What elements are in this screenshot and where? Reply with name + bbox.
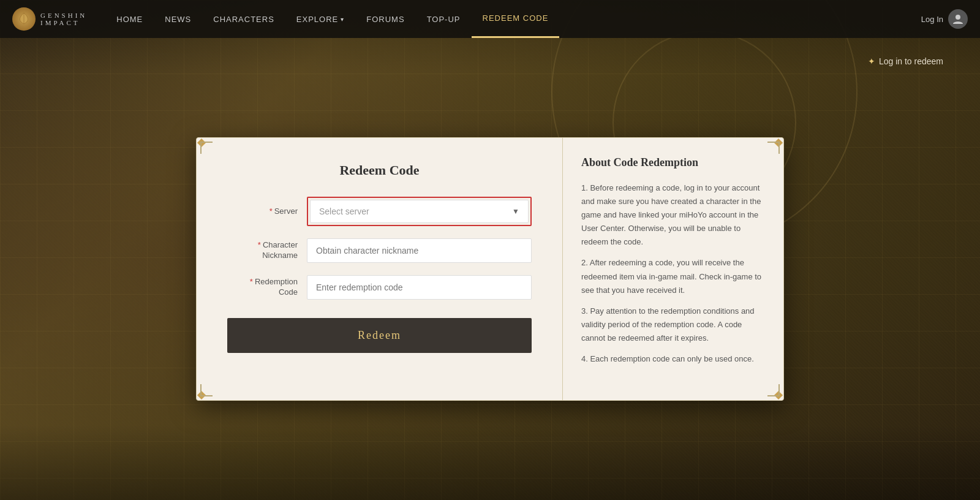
redemption-code-label: *RedemptionCode (227, 277, 307, 298)
modal-title: Redeem Code (227, 162, 532, 178)
redemption-code-input-wrapper (307, 275, 532, 300)
redemption-code-input[interactable] (307, 275, 532, 300)
logo-sub: Impact (40, 19, 87, 26)
navbar-right: Log In (921, 9, 968, 29)
about-item-4: 4. Each redemption code can only be used… (581, 352, 765, 366)
server-required-star: * (270, 206, 273, 216)
logo[interactable]: Genshin Impact (12, 7, 87, 31)
server-select[interactable]: Select server America Europe Asia TW, HK… (310, 200, 529, 223)
about-item-1: 1. Before redeeming a code, log in to yo… (581, 181, 765, 249)
redemption-code-form-group: *RedemptionCode (227, 275, 532, 300)
server-select-highlight: Select server America Europe Asia TW, HK… (307, 197, 532, 226)
corner-border-tl (200, 142, 213, 154)
avatar-icon (948, 9, 968, 29)
character-nickname-form-group: *CharacterNickname (227, 238, 532, 263)
about-title: About Code Redemption (581, 156, 765, 169)
corner-border-tr (767, 142, 780, 154)
server-form-group: *Server Select server America Europe Asi… (227, 197, 532, 226)
character-nickname-input-wrapper (307, 238, 532, 263)
about-item-2: 2. After redeeming a code, you will rece… (581, 256, 765, 297)
logo-main: Genshin (40, 12, 87, 19)
corner-border-br (767, 384, 780, 396)
character-nickname-label: *CharacterNickname (227, 240, 307, 261)
nav-items: HOME NEWS CHARACTERS EXPLORE ▾ FORUMS TO… (105, 0, 921, 38)
character-required-star: * (258, 240, 261, 249)
nav-characters[interactable]: CHARACTERS (202, 0, 285, 38)
nav-redeem-code[interactable]: REDEEM CODE (472, 0, 560, 38)
about-item-3: 3. Pay attention to the redemption condi… (581, 305, 765, 345)
svg-point-0 (956, 15, 960, 20)
redeem-modal: Redeem Code *Server Select server Americ… (196, 137, 784, 401)
explore-chevron-icon: ▾ (341, 16, 344, 23)
navbar: Genshin Impact HOME NEWS CHARACTERS EXPL… (0, 0, 980, 38)
page-content: Log in to redeem Redeem Code *Server Sel… (0, 38, 980, 500)
logo-icon (12, 7, 36, 31)
redemption-required-star: * (250, 277, 253, 286)
modal-right-panel: About Code Redemption 1. Before redeemin… (563, 138, 783, 400)
nav-news[interactable]: NEWS (154, 0, 202, 38)
nav-forums[interactable]: FORUMS (355, 0, 415, 38)
log-in-to-redeem[interactable]: Log in to redeem (868, 56, 943, 66)
nav-home[interactable]: HOME (105, 0, 154, 38)
server-label: *Server (227, 206, 307, 217)
nav-topup[interactable]: TOP-UP (416, 0, 472, 38)
character-nickname-input[interactable] (307, 238, 532, 263)
redeem-button[interactable]: Redeem (227, 318, 532, 353)
about-text: 1. Before redeeming a code, log in to yo… (581, 181, 765, 366)
nav-explore[interactable]: EXPLORE ▾ (285, 0, 355, 38)
modal-left-panel: Redeem Code *Server Select server Americ… (197, 138, 563, 400)
login-button[interactable]: Log In (921, 9, 968, 29)
corner-border-bl (200, 384, 213, 396)
logo-text: Genshin Impact (40, 12, 87, 26)
